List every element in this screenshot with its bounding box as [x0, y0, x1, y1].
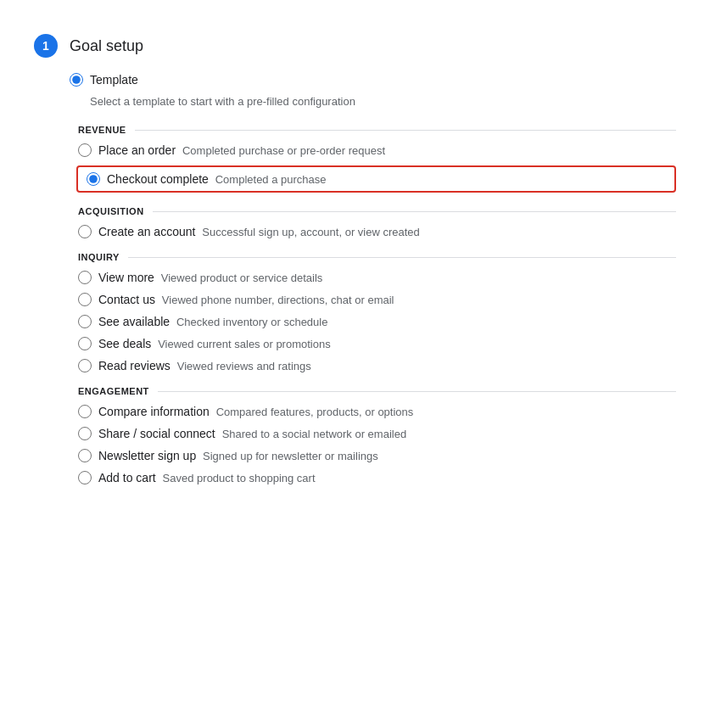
revenue-section-label: REVENUE [78, 125, 676, 135]
revenue-options: Place an order Completed purchase or pre… [78, 143, 676, 193]
step-header: 1 Goal setup [34, 34, 676, 58]
read-reviews-row[interactable]: Read reviews Viewed reviews and ratings [78, 359, 676, 372]
contact-us-description: Viewed phone number, directions, chat or… [162, 294, 394, 306]
acquisition-options: Create an account Successful sign up, ac… [78, 225, 676, 238]
engagement-block: ENGAGEMENT Compare information Compared … [78, 386, 676, 484]
contact-us-radio[interactable] [78, 293, 92, 306]
checkout-complete-description: Completed a purchase [215, 173, 327, 186]
add-to-cart-row[interactable]: Add to cart Saved product to shopping ca… [78, 471, 676, 484]
acquisition-section-label: ACQUISITION [78, 206, 676, 216]
place-an-order-label[interactable]: Place an order Completed purchase or pre… [98, 143, 385, 157]
add-to-cart-label[interactable]: Add to cart Saved product to shopping ca… [98, 471, 316, 484]
see-deals-radio[interactable] [78, 337, 92, 350]
see-deals-label[interactable]: See deals Viewed current sales or promot… [98, 337, 331, 350]
revenue-block: REVENUE Place an order Completed purchas… [78, 125, 676, 193]
see-deals-description: Viewed current sales or promotions [158, 338, 331, 350]
compare-information-label[interactable]: Compare information Compared features, p… [98, 405, 413, 418]
add-to-cart-radio[interactable] [78, 471, 92, 484]
template-radio-row[interactable]: Template [70, 73, 676, 87]
see-available-row[interactable]: See available Checked inventory or sched… [78, 315, 676, 328]
create-account-row[interactable]: Create an account Successful sign up, ac… [78, 225, 676, 238]
step-number: 1 [34, 34, 58, 58]
compare-information-radio[interactable] [78, 405, 92, 418]
view-more-label[interactable]: View more Viewed product or service deta… [98, 271, 322, 284]
view-more-description: Viewed product or service details [161, 272, 323, 284]
step-title: Goal setup [70, 37, 143, 55]
inquiry-options: View more Viewed product or service deta… [78, 271, 676, 372]
template-description: Select a template to start with a pre-fi… [90, 95, 676, 108]
newsletter-signup-description: Signed up for newsletter or mailings [203, 450, 378, 462]
acquisition-block: ACQUISITION Create an account Successful… [78, 206, 676, 238]
engagement-section-label: ENGAGEMENT [78, 386, 676, 396]
see-available-description: Checked inventory or schedule [176, 316, 328, 328]
share-social-description: Shared to a social network or emailed [222, 428, 407, 440]
page-container: 1 Goal setup Template Select a template … [17, 17, 693, 510]
engagement-options: Compare information Compared features, p… [78, 405, 676, 484]
place-an-order-description: Completed purchase or pre-order request [182, 144, 385, 157]
share-social-radio[interactable] [78, 427, 92, 440]
create-account-description: Successful sign up, account, or view cre… [202, 226, 420, 238]
read-reviews-description: Viewed reviews and ratings [177, 360, 311, 372]
inquiry-section-label: INQUIRY [78, 252, 676, 262]
newsletter-signup-label[interactable]: Newsletter sign up Signed up for newslet… [98, 449, 378, 462]
compare-information-description: Compared features, products, or options [216, 406, 414, 418]
view-more-row[interactable]: View more Viewed product or service deta… [78, 271, 676, 284]
place-an-order-row[interactable]: Place an order Completed purchase or pre… [78, 143, 676, 157]
share-social-row[interactable]: Share / social connect Shared to a socia… [78, 427, 676, 440]
share-social-label[interactable]: Share / social connect Shared to a socia… [98, 427, 406, 440]
read-reviews-label[interactable]: Read reviews Viewed reviews and ratings [98, 359, 311, 372]
see-available-label[interactable]: See available Checked inventory or sched… [98, 315, 327, 328]
newsletter-signup-row[interactable]: Newsletter sign up Signed up for newslet… [78, 449, 676, 462]
newsletter-signup-radio[interactable] [78, 449, 92, 462]
contact-us-label[interactable]: Contact us Viewed phone number, directio… [98, 293, 394, 306]
checkout-complete-radio[interactable] [87, 172, 100, 186]
read-reviews-radio[interactable] [78, 359, 92, 372]
checkout-complete-label[interactable]: Checkout complete Completed a purchase [107, 172, 327, 186]
step-wrapper: 1 Goal setup Template Select a template … [34, 34, 676, 484]
create-account-radio[interactable] [78, 225, 92, 238]
template-label[interactable]: Template [90, 73, 138, 87]
template-radio[interactable] [70, 73, 83, 87]
inquiry-block: INQUIRY View more Viewed product or serv… [78, 252, 676, 372]
contact-us-row[interactable]: Contact us Viewed phone number, directio… [78, 293, 676, 306]
place-an-order-radio[interactable] [78, 143, 92, 157]
step-content: Template Select a template to start with… [34, 73, 676, 484]
see-available-radio[interactable] [78, 315, 92, 328]
see-deals-row[interactable]: See deals Viewed current sales or promot… [78, 337, 676, 350]
checkout-complete-row[interactable]: Checkout complete Completed a purchase [76, 165, 676, 193]
compare-information-row[interactable]: Compare information Compared features, p… [78, 405, 676, 418]
add-to-cart-description: Saved product to shopping cart [163, 472, 316, 484]
view-more-radio[interactable] [78, 271, 92, 284]
create-account-label[interactable]: Create an account Successful sign up, ac… [98, 225, 420, 238]
